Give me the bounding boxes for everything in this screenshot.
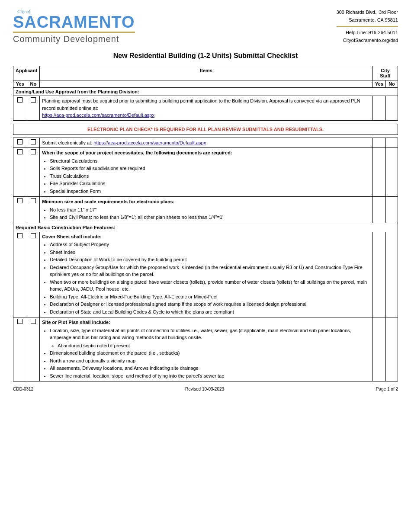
submit-checkbox-yes[interactable] [13,138,27,148]
address-section: 300 Richards Blvd., 3rd Floor Sacramento… [337,9,398,44]
address-line1: 300 Richards Blvd., 3rd Floor [337,9,398,16]
checkbox-icon[interactable] [31,139,36,144]
submit-row: Submit electronically at: https://aca-pr… [13,138,398,148]
checkbox-icon[interactable] [31,97,36,103]
alert-row: ELECTRONIC PLAN CHECK* IS REQUIRED FOR A… [13,124,398,135]
cover-item-4: Declared Occupancy Group/Use for which t… [50,264,370,278]
minsize-checkbox-no[interactable] [27,197,40,223]
cover-item-3: Detailed Description of Work to be cover… [50,256,370,263]
checkbox-icon[interactable] [17,139,22,144]
spacer-row-1 [13,120,398,124]
community-dev-label: Community Development [13,34,135,44]
submit-content: Submit electronically at: https://aca-pr… [40,138,373,148]
site-plan-row: Site or Plot Plan shall include: Locatio… [13,317,398,381]
cover-checkbox-yes[interactable] [13,232,27,317]
table-subheader-row: Yes No Yes No [13,80,398,88]
submit-staff-no [386,138,398,148]
checkbox-icon[interactable] [17,149,22,154]
zoning-link[interactable]: https://aca-prod.accela.com/sacramento/D… [42,112,154,118]
scope-content: When the scope of your project necessita… [40,148,373,197]
site-content: Site or Plot Plan shall include: Locatio… [40,317,373,381]
cover-item-2: Sheet Index [50,249,370,256]
minsize-staff-yes [373,197,386,223]
checkbox-icon[interactable] [17,233,22,238]
revised-date: Revised 10-03-2023 [185,387,224,391]
header-items: Items [40,66,373,80]
scope-item-5: Special Inspection Form [50,188,370,195]
site-checkbox-yes[interactable] [13,317,27,381]
table-header-row: Applicant Items City Staff [13,66,398,80]
alert-text: ELECTRONIC PLAN CHECK* IS REQUIRED FOR A… [13,124,398,135]
minsize-item-1: No less than 11" x 17" [50,206,370,214]
scope-list: Structural Calculations Soils Reports fo… [50,157,370,195]
zoning-section-header: Zoning/Land Use Approval from the Planni… [13,88,398,96]
scope-item-2: Soils Reports for all subdivisions are r… [50,165,370,172]
minsize-staff-no [386,197,398,223]
scope-staff-no [386,148,398,197]
zoning-staff-yes [373,96,386,121]
site-item-2: Dimensioned building placement on the pa… [50,349,370,357]
checkbox-icon[interactable] [31,149,36,154]
zoning-content: Planning approval must be acquired prior… [40,96,373,121]
minsize-checkbox-yes[interactable] [13,197,27,223]
min-size-row: Minimum size and scale requirements for … [13,197,398,223]
scope-checkbox-no[interactable] [27,148,40,197]
zoning-checkbox-yes[interactable] [13,96,27,121]
checkbox-icon[interactable] [31,198,36,203]
basic-construction-header-row: Required Basic Construction Plan Feature… [13,223,398,232]
submit-checkbox-no[interactable] [27,138,40,148]
site-item-4: All easements, Driveway locations, and A… [50,365,370,372]
site-bold: Site or Plot Plan shall include: [42,320,110,325]
help-line: Help Line: 916-264-5011 [337,29,398,37]
basic-construction-header: Required Basic Construction Plan Feature… [13,223,398,232]
cover-item-8: Declaration of State and Local Building … [50,308,370,316]
checkbox-icon[interactable] [31,233,36,238]
website: CityofSacramento.org/dsd [337,37,398,45]
applicant-no-label: No [27,80,40,88]
cover-bold: Cover Sheet shall include: [42,234,102,239]
submit-link[interactable]: https://aca-prod.accela.com/sacramento/D… [93,140,206,145]
logo-section: City of SACRAMENTO Community Development [13,9,135,44]
checkbox-icon[interactable] [17,319,22,324]
site-item-5: Sewer line material, location, slope, an… [50,372,370,380]
logo-divider [13,32,135,33]
zoning-header-row: Zoning/Land Use Approval from the Planni… [13,88,398,96]
minsize-item-2: Site and Civil Plans: no less than 1/8"=… [50,214,370,221]
staff-yes-label: Yes [373,80,386,88]
cover-content: Cover Sheet shall include: Address of Su… [40,232,373,317]
minsize-list: No less than 11" x 17" Site and Civil Pl… [50,206,370,221]
scope-bold: When the scope of your project necessita… [42,150,232,155]
site-sub-list: Abandoned septic noted if present [58,342,370,349]
cover-sheet-row: Cover Sheet shall include: Address of Su… [13,232,398,317]
submit-staff-yes [373,138,386,148]
header-city-staff: City Staff [373,66,398,80]
spacer-row-2 [13,135,398,138]
spacer-1 [13,120,398,124]
checklist-table: Applicant Items City Staff Yes No Yes No… [13,66,398,381]
checkbox-icon[interactable] [17,97,22,103]
scope-checkbox-yes[interactable] [13,148,27,197]
cover-staff-yes [373,232,386,317]
page-title: New Residential Building (1-2 Units) Sub… [13,52,398,60]
address-divider [337,26,398,27]
spacer-2 [13,135,398,138]
checkbox-icon[interactable] [31,319,36,324]
staff-no-label: No [386,80,398,88]
cover-checkbox-no[interactable] [27,232,40,317]
page-footer: CDD-0312 Revised 10-03-2023 Page 1 of 2 [13,387,398,391]
scope-item-3: Truss Calculations [50,173,370,180]
cover-item-1: Address of Subject Property [50,241,370,248]
zoning-staff-no [386,96,398,121]
header-applicant: Applicant [13,66,40,80]
site-sub-1: Abandoned septic noted if present [58,342,370,349]
site-checkbox-no[interactable] [27,317,40,381]
cover-list: Address of Subject Property Sheet Index … [50,241,370,315]
zoning-text: Planning approval must be acquired prior… [42,98,360,111]
site-staff-no [386,317,398,381]
site-item-1: Location, size, type of material at all … [50,327,370,349]
doc-number: CDD-0312 [13,387,33,391]
page-number: Page 1 of 2 [376,387,398,391]
scope-item-1: Structural Calculations [50,157,370,165]
zoning-checkbox-no[interactable] [27,96,40,121]
checkbox-icon[interactable] [17,198,22,203]
